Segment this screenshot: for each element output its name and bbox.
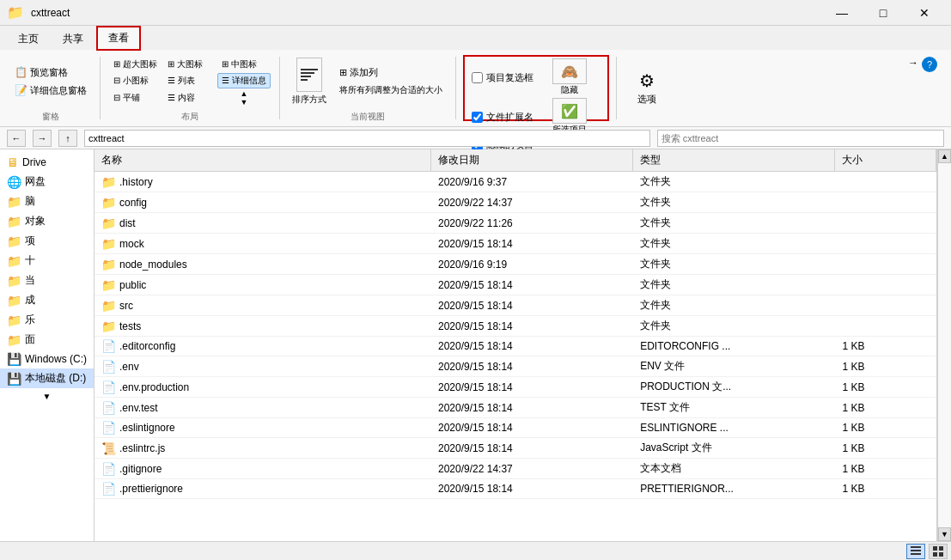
file-date-15: 2020/9/15 18:14 — [431, 479, 633, 498]
titlebar-folder-icon: 📁 — [7, 4, 24, 21]
layout-small-button[interactable]: ⊟小图标 — [109, 73, 162, 88]
forward-button[interactable]: → — [33, 130, 52, 147]
file-type-15: PRETTIERIGNOR... — [633, 479, 835, 498]
folder-icon: 📁 — [101, 258, 116, 271]
sidebar-item-local-d[interactable]: 💾 本地磁盘 (D:) — [0, 368, 94, 388]
nav-right-arrow[interactable]: → — [908, 57, 918, 72]
search-input[interactable] — [657, 130, 944, 147]
layout-list-button[interactable]: ☰列表 — [163, 73, 216, 88]
address-input[interactable] — [84, 130, 650, 147]
tab-view[interactable]: 查看 — [96, 26, 141, 51]
adjust-columns-button[interactable]: 将所有列调整为合适的大小 — [335, 82, 447, 98]
sidebar-item-windows-c[interactable]: 💾 Windows (C:) — [0, 350, 94, 368]
table-row[interactable]: 📁 node_modules 2020/9/16 9:19 文件夹 — [94, 254, 936, 275]
table-row[interactable]: 📄 .prettierignore 2020/9/15 18:14 PRETTI… — [94, 479, 936, 499]
preview-pane-button[interactable]: 📋 预览窗格 — [10, 64, 91, 81]
project-checkbox[interactable] — [472, 72, 483, 83]
file-date-6: 2020/9/15 18:14 — [431, 295, 633, 315]
file-name-config: 📁 config — [94, 192, 431, 212]
header-size[interactable]: 大小 — [835, 149, 936, 171]
address-bar: ← → ↑ — [0, 127, 951, 149]
tab-home[interactable]: 主页 — [7, 27, 50, 50]
file-size-7 — [835, 316, 936, 336]
layout-content-button[interactable]: ☰内容 — [163, 89, 216, 107]
statusbar — [0, 541, 951, 560]
sidebar-item-brain[interactable]: 📁 脑 — [0, 192, 94, 211]
layout-large-button[interactable]: ⊞大图标 — [163, 57, 216, 72]
header-name[interactable]: 名称 — [94, 149, 431, 171]
file-size-5 — [835, 275, 936, 295]
header-type[interactable]: 类型 — [633, 149, 835, 171]
table-row[interactable]: 📄 .env.production 2020/9/15 18:14 PRODUC… — [94, 377, 936, 398]
folder-icon: 📁 — [101, 320, 116, 333]
table-row[interactable]: 📁 .history 2020/9/16 9:37 文件夹 — [94, 172, 936, 192]
project-checkbox-item[interactable]: 项目复选框 — [470, 58, 535, 96]
file-name-tests: 📁 tests — [94, 316, 431, 336]
hide-button-group[interactable]: 🙈 隐藏 — [537, 58, 602, 96]
file-size-4 — [835, 254, 936, 274]
scroll-down-button[interactable]: ▼ — [938, 527, 951, 541]
maximize-button[interactable]: □ — [863, 0, 903, 26]
up-button[interactable]: ↑ — [58, 130, 77, 147]
layout-extralarge-button[interactable]: ⊞超大图标 — [109, 57, 162, 72]
help-button[interactable]: ? — [922, 57, 937, 72]
header-date[interactable]: 修改日期 — [431, 149, 633, 171]
add-column-button[interactable]: ⊞添加列 — [335, 64, 447, 81]
file-type-0: 文件夹 — [633, 172, 835, 192]
layout-tile-button[interactable]: ⊟平铺 — [109, 89, 162, 107]
sidebar-item-item[interactable]: 📁 项 — [0, 231, 94, 251]
layout-scroll[interactable]: ▲▼ — [217, 89, 271, 107]
file-type-8: EDITORCONFIG ... — [633, 337, 835, 356]
file-date-11: 2020/9/15 18:14 — [431, 398, 633, 417]
scroll-up-button[interactable]: ▲ — [938, 149, 951, 163]
details-pane-button[interactable]: 📝 详细信息窗格 — [10, 82, 91, 99]
sidebar-item-mian[interactable]: 📁 面 — [0, 330, 94, 350]
back-button[interactable]: ← — [7, 130, 26, 147]
file-date-1: 2020/9/22 14:37 — [431, 192, 633, 212]
table-row[interactable]: 📄 .env.test 2020/9/15 18:14 TEST 文件 1 KB — [94, 398, 936, 418]
file-extensions-checkbox[interactable] — [472, 112, 483, 123]
file-name-env: 📄 .env — [94, 356, 431, 376]
table-row[interactable]: 📁 tests 2020/9/15 18:14 文件夹 — [94, 316, 936, 337]
file-date-9: 2020/9/15 18:14 — [431, 356, 633, 376]
layout-detail-button[interactable]: ☰详细信息 — [217, 73, 271, 88]
file-type-6: 文件夹 — [633, 295, 835, 315]
list-view-button[interactable] — [929, 544, 948, 559]
table-row[interactable]: 📄 .editorconfig 2020/9/15 18:14 EDITORCO… — [94, 337, 936, 356]
file-icon: 📄 — [101, 421, 116, 435]
file-type-1: 文件夹 — [633, 192, 835, 212]
file-name-env-test: 📄 .env.test — [94, 398, 431, 417]
sidebar-item-le[interactable]: 📁 乐 — [0, 310, 94, 330]
table-row[interactable]: 📁 config 2020/9/22 14:37 文件夹 — [94, 192, 936, 213]
options-button[interactable]: ⚙ 选项 — [625, 58, 668, 119]
current-view-label: 当前视图 — [289, 109, 447, 123]
close-button[interactable]: ✕ — [905, 0, 944, 26]
file-icon: 📄 — [101, 339, 116, 353]
sidebar-item-netdrive[interactable]: 🌐 网盘 — [0, 172, 94, 192]
file-name-editorconfig: 📄 .editorconfig — [94, 337, 431, 356]
file-size-6 — [835, 295, 936, 315]
sidebar-item-current[interactable]: 📁 当 — [0, 271, 94, 290]
table-row[interactable]: 📄 .gitignore 2020/9/22 14:37 文本文档 1 KB — [94, 459, 936, 479]
file-date-0: 2020/9/16 9:37 — [431, 172, 633, 192]
detail-view-button[interactable] — [906, 544, 925, 559]
table-row[interactable]: 📁 public 2020/9/15 18:14 文件夹 — [94, 275, 936, 295]
sidebar-item-drive[interactable]: 🖥 Drive — [0, 153, 94, 172]
table-row[interactable]: 📁 mock 2020/9/15 18:14 文件夹 — [94, 234, 936, 254]
table-row[interactable]: 📜 .eslintrc.js 2020/9/15 18:14 JavaScrip… — [94, 438, 936, 459]
tab-share[interactable]: 共享 — [52, 27, 94, 50]
sidebar-item-object[interactable]: 📁 对象 — [0, 211, 94, 231]
layout-group-label: 布局 — [109, 109, 271, 123]
table-row[interactable]: 📁 dist 2020/9/22 11:26 文件夹 — [94, 213, 936, 234]
table-row[interactable]: 📁 src 2020/9/15 18:14 文件夹 — [94, 295, 936, 316]
file-date-3: 2020/9/15 18:14 — [431, 234, 633, 253]
file-list-header: 名称 修改日期 类型 大小 — [94, 149, 936, 172]
table-row[interactable]: 📄 .env 2020/9/15 18:14 ENV 文件 1 KB — [94, 356, 936, 377]
sidebar-item-ten[interactable]: 📁 十 — [0, 251, 94, 271]
layout-medium-button[interactable]: ⊞中图标 — [217, 57, 271, 72]
table-row[interactable]: 📄 .eslintignore 2020/9/15 18:14 ESLINTIG… — [94, 418, 936, 438]
sidebar-item-cheng[interactable]: 📁 成 — [0, 290, 94, 310]
file-size-12: 1 KB — [835, 418, 936, 437]
minimize-button[interactable]: — — [822, 0, 862, 26]
sidebar-scroll-down[interactable]: ▼ — [0, 388, 94, 405]
